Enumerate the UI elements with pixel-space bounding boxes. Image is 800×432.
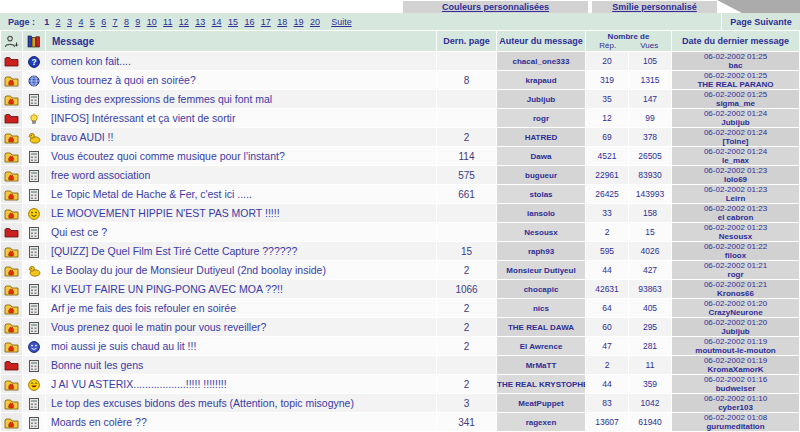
- last-page-link[interactable]: 3: [437, 394, 496, 412]
- last-poster-link[interactable]: CrazyNeurone: [672, 308, 799, 317]
- last-page-link[interactable]: 114: [437, 147, 496, 165]
- author-link[interactable]: THE REAL KRYSTOPHE: [497, 375, 585, 393]
- topic-title[interactable]: Vous prenez quoi le matin pour vous reve…: [46, 318, 436, 336]
- last-page-link[interactable]: 8: [437, 71, 496, 89]
- custom-smiley-link[interactable]: Smilie personnalisé: [592, 1, 717, 13]
- author-link[interactable]: rogr: [497, 109, 585, 127]
- topic-title[interactable]: Vous écoutez quoi comme musique pour l'i…: [46, 147, 436, 165]
- author-link[interactable]: chocapic: [497, 280, 585, 298]
- page-number[interactable]: 7: [113, 17, 118, 27]
- author-link[interactable]: nics: [497, 299, 585, 317]
- author-link[interactable]: MeatPuppet: [497, 394, 585, 412]
- page-number[interactable]: 19: [294, 17, 304, 27]
- last-page-link[interactable]: 575: [437, 166, 496, 184]
- topic-title[interactable]: Moards en colère ??: [46, 413, 436, 431]
- last-poster-link[interactable]: filoox: [672, 251, 799, 260]
- page-number[interactable]: 8: [124, 17, 129, 27]
- topic-title[interactable]: bravo AUDI !!: [46, 128, 436, 146]
- page-number[interactable]: 9: [135, 17, 140, 27]
- topic-title[interactable]: Arf je me fais des fois refouler en soir…: [46, 299, 436, 317]
- last-page-link[interactable]: 1066: [437, 280, 496, 298]
- last-poster-link[interactable]: THE REAL PARANO: [672, 80, 799, 89]
- last-page-link[interactable]: 2: [437, 375, 496, 393]
- last-poster-link[interactable]: Kronos66: [672, 289, 799, 298]
- last-poster-link[interactable]: le_max: [672, 156, 799, 165]
- last-poster-link[interactable]: [Toine]: [672, 137, 799, 146]
- page-number[interactable]: 12: [179, 17, 189, 27]
- last-poster-link[interactable]: moutmout-le-mouton: [672, 346, 799, 355]
- page-number[interactable]: 16: [244, 17, 254, 27]
- topic-title[interactable]: Le Boolay du jour de Monsieur Dutiyeul (…: [46, 261, 436, 279]
- author-link[interactable]: raph93: [497, 242, 585, 260]
- last-poster-link[interactable]: el cabron: [672, 213, 799, 222]
- author-link[interactable]: HATRED: [497, 128, 585, 146]
- author-link[interactable]: Monsieur Dutiyeul: [497, 261, 585, 279]
- replies-count: 33: [586, 204, 628, 222]
- author-link[interactable]: ragexen: [497, 413, 585, 431]
- author-link[interactable]: krapaud: [497, 71, 585, 89]
- topic-title[interactable]: LE MOOVEMENT HIPPIE N'EST PAS MORT !!!!!: [46, 204, 436, 222]
- page-number[interactable]: 5: [90, 17, 95, 27]
- author-link[interactable]: stolas: [497, 185, 585, 203]
- author-link[interactable]: bugueur: [497, 166, 585, 184]
- topic-title[interactable]: Le top des excuses bidons des meufs (Att…: [46, 394, 436, 412]
- author-link[interactable]: chacal_one333: [497, 52, 585, 70]
- topic-title[interactable]: Le Topic Metal de Hache & Fer, c'est ici…: [46, 185, 436, 203]
- page-number[interactable]: 10: [147, 17, 157, 27]
- topic-title[interactable]: Vous tournez à quoi en soirée?: [46, 71, 436, 89]
- author-link[interactable]: Jubijub: [497, 90, 585, 108]
- page-number[interactable]: 14: [212, 17, 222, 27]
- last-poster-link[interactable]: bac: [672, 61, 799, 70]
- last-page-link[interactable]: 2: [437, 299, 496, 317]
- topic-title[interactable]: comen kon fait....: [46, 52, 436, 70]
- last-page-link[interactable]: 15: [437, 242, 496, 260]
- next-page-link[interactable]: Page Suivante: [721, 13, 800, 30]
- author-link[interactable]: MrMaTT: [497, 356, 585, 374]
- page-number[interactable]: 2: [56, 17, 61, 27]
- author-link[interactable]: iansolo: [497, 204, 585, 222]
- page-number[interactable]: 3: [67, 17, 72, 27]
- last-poster-link[interactable]: rogr: [672, 270, 799, 279]
- suite-link[interactable]: Suite: [331, 17, 352, 27]
- page-number[interactable]: 20: [310, 17, 320, 27]
- page-number[interactable]: 1: [44, 17, 49, 27]
- topic-title[interactable]: Bonne nuit les gens: [46, 356, 436, 374]
- topic-title[interactable]: free word association: [46, 166, 436, 184]
- last-poster-link[interactable]: Jubijub: [672, 327, 799, 336]
- last-page-link[interactable]: 2: [437, 337, 496, 355]
- topic-title[interactable]: moi aussi je suis chaud au lit !!!: [46, 337, 436, 355]
- page-number[interactable]: 11: [163, 17, 172, 27]
- last-poster-link[interactable]: cyber103: [672, 403, 799, 412]
- topic-title[interactable]: J AI VU ASTERIX..................!!!!! !…: [46, 375, 436, 393]
- topic-title[interactable]: KI VEUT FAIRE UN PING-PONG AVEC MOA ??!!: [46, 280, 436, 298]
- page-number[interactable]: 4: [78, 17, 83, 27]
- last-page-link[interactable]: 2: [437, 261, 496, 279]
- author-link[interactable]: THE REAL DAWA: [497, 318, 585, 336]
- last-poster-link[interactable]: sigma_me: [672, 99, 799, 108]
- last-poster-link[interactable]: Nesousx: [672, 232, 799, 241]
- last-page-link[interactable]: 341: [437, 413, 496, 431]
- last-page-link[interactable]: 661: [437, 185, 496, 203]
- last-poster-link[interactable]: Jubijub: [672, 118, 799, 127]
- last-poster-link[interactable]: gurumeditation: [672, 422, 799, 431]
- topic-title[interactable]: Qui est ce ?: [46, 223, 436, 241]
- topic-title[interactable]: [INFOS] Intéressant et ça vient de sorti…: [46, 109, 436, 127]
- last-poster-link[interactable]: KromaXamorK: [672, 365, 799, 374]
- last-page-link[interactable]: 2: [437, 318, 496, 336]
- author-link[interactable]: Nesousx: [497, 223, 585, 241]
- page-number[interactable]: 17: [261, 17, 271, 27]
- custom-colors-link[interactable]: Couleurs personnalisées: [403, 1, 588, 13]
- last-poster-link[interactable]: lolo69: [672, 175, 799, 184]
- topic-title[interactable]: Listing des expressions de femmes qui fo…: [46, 90, 436, 108]
- page-number[interactable]: 15: [228, 17, 238, 27]
- topic-title[interactable]: [QUIZZ] De Quel Film Est Tiré Cette Capt…: [46, 242, 436, 260]
- author-link[interactable]: El Awrence: [497, 337, 585, 355]
- page-number[interactable]: 6: [101, 17, 106, 27]
- page-number[interactable]: 13: [195, 17, 205, 27]
- last-page-link[interactable]: 2: [437, 128, 496, 146]
- last-poster-link[interactable]: Leirn: [672, 194, 799, 203]
- topic-type-cell: [23, 185, 45, 203]
- page-number[interactable]: 18: [277, 17, 287, 27]
- author-link[interactable]: Dawa: [497, 147, 585, 165]
- last-poster-link[interactable]: budweiser: [672, 384, 799, 393]
